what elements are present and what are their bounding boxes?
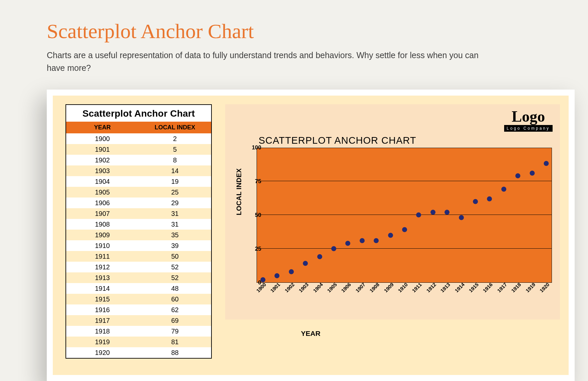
x-tick: 1913 (439, 282, 451, 294)
x-tick: 1914 (453, 282, 465, 294)
data-point (345, 241, 350, 246)
table-cell-value: 50 (139, 251, 211, 262)
x-tick: 1918 (510, 282, 522, 294)
data-point (416, 213, 421, 218)
x-tick: 1905 (326, 282, 338, 294)
data-point (275, 273, 280, 278)
table-cell-value: 14 (139, 165, 211, 176)
table-cell-year: 1913 (66, 272, 139, 283)
table-cell-value: 8 (139, 155, 211, 165)
table-row: 191039 (66, 240, 211, 251)
table-cell-value: 69 (139, 315, 211, 326)
table-row: 191150 (66, 251, 211, 262)
page-subtitle: Charts are a useful representation of da… (47, 49, 488, 74)
table-cell-year: 1914 (66, 283, 139, 294)
data-point (445, 210, 450, 215)
data-point (289, 269, 294, 274)
data-point (473, 199, 478, 204)
data-point (303, 261, 308, 266)
table-cell-year: 1908 (66, 219, 139, 230)
table-cell-year: 1907 (66, 208, 139, 219)
document-frame: Scatterplot Anchor Chart YEAR LOCAL INDE… (53, 96, 569, 375)
table-cell-value: 48 (139, 283, 211, 294)
table-cell-value: 35 (139, 230, 211, 240)
x-tick: 1909 (383, 282, 395, 294)
table-cell-value: 31 (139, 208, 211, 219)
plot-area (257, 148, 552, 283)
x-tick: 1903 (298, 282, 310, 294)
data-point (501, 187, 506, 192)
x-tick: 1907 (354, 282, 366, 294)
table-row: 191352 (66, 272, 211, 283)
table-cell-year: 1900 (66, 133, 139, 144)
table-cell-value: 62 (139, 304, 211, 315)
table-row: 19015 (66, 144, 211, 155)
table-cell-value: 31 (139, 219, 211, 230)
grid-line (257, 248, 552, 249)
grid-line (257, 181, 552, 181)
x-tick: 1920 (539, 282, 551, 294)
table-cell-year: 1912 (66, 262, 139, 272)
table-cell-value: 5 (139, 144, 211, 155)
data-point (544, 161, 549, 166)
x-tick: 1908 (369, 282, 381, 294)
table-cell-value: 25 (139, 187, 211, 198)
table-cell-year: 1915 (66, 294, 139, 304)
x-tick: 1906 (340, 282, 352, 294)
y-tick: 50 (255, 212, 261, 219)
data-point (430, 210, 435, 215)
page-title: Scatterplot Anchor Chart (47, 19, 588, 43)
table-title: Scatterplot Anchor Chart (66, 105, 211, 122)
table-header-value: LOCAL INDEX (139, 122, 211, 133)
table-row: 19002 (66, 133, 211, 144)
data-point (487, 196, 492, 201)
data-point (374, 238, 379, 243)
data-point (388, 233, 393, 238)
document-card: Scatterplot Anchor Chart YEAR LOCAL INDE… (47, 90, 575, 381)
chart-panel: Logo Logo Company SCATTERPLOT ANCHOR CHA… (225, 104, 560, 320)
y-tick: 100 (252, 144, 261, 151)
table-row: 191769 (66, 315, 211, 326)
table-row: 19028 (66, 155, 211, 165)
table-cell-year: 1919 (66, 337, 139, 347)
data-point (359, 238, 364, 243)
table-cell-value: 52 (139, 272, 211, 283)
x-tick: 1910 (397, 282, 409, 294)
table-cell-year: 1917 (66, 315, 139, 326)
table-row: 190629 (66, 198, 211, 208)
x-tick: 1900 (255, 282, 267, 294)
data-point (317, 254, 322, 259)
table-row: 192088 (66, 347, 211, 358)
table-row: 191448 (66, 283, 211, 294)
table-cell-value: 52 (139, 262, 211, 272)
table-cell-year: 1910 (66, 240, 139, 251)
table-header-year: YEAR (66, 122, 139, 133)
grid-line (257, 215, 552, 215)
table-row: 190731 (66, 208, 211, 219)
table-row: 190935 (66, 230, 211, 240)
chart-title: SCATTERPLOT ANCHOR CHART (259, 135, 416, 146)
table-cell-year: 1920 (66, 347, 139, 358)
x-tick: 1911 (411, 282, 423, 294)
logo-strip: Logo Company (504, 125, 553, 132)
table-row: 191252 (66, 262, 211, 272)
table-row: 191662 (66, 304, 211, 315)
table-cell-year: 1906 (66, 198, 139, 208)
x-tick: 1904 (312, 282, 324, 294)
table-row: 190525 (66, 187, 211, 198)
y-tick: 25 (255, 246, 261, 252)
table-cell-year: 1901 (66, 144, 139, 155)
table-cell-value: 2 (139, 133, 211, 144)
x-tick: 1917 (496, 282, 508, 294)
data-point (516, 173, 521, 178)
data-point (331, 246, 336, 251)
y-tick: 75 (255, 178, 261, 185)
x-tick: 1916 (482, 282, 494, 294)
x-tick: 1902 (284, 282, 296, 294)
table-cell-value: 60 (139, 294, 211, 304)
table-cell-value: 39 (139, 240, 211, 251)
x-tick: 1919 (524, 282, 536, 294)
table-cell-year: 1903 (66, 165, 139, 176)
table-row: 190314 (66, 165, 211, 176)
table-cell-year: 1911 (66, 251, 139, 262)
